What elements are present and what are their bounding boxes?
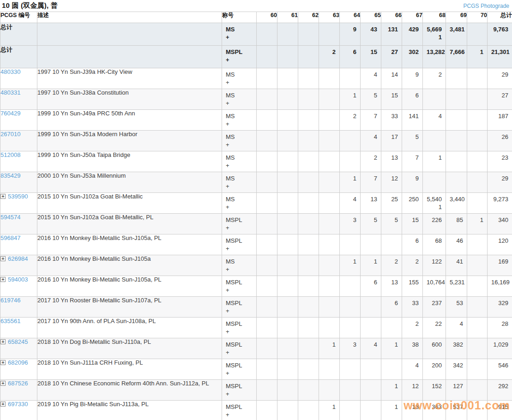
- pcgs-number-link[interactable]: 480331: [0, 89, 20, 96]
- expand-plus-icon[interactable]: +: [0, 277, 6, 282]
- grade-value-60: [257, 276, 277, 286]
- pcgs-number-link[interactable]: 512008: [0, 151, 20, 158]
- designation-line1: MSPL: [222, 297, 256, 306]
- col-header-67: 67: [402, 12, 423, 23]
- grade-value-60: [257, 318, 277, 327]
- grade-value-61: [277, 276, 298, 286]
- pcgs-photograde-link[interactable]: PCGS Photograde: [464, 3, 509, 9]
- grade-value-65: [361, 401, 381, 410]
- grade-cell-62: [298, 172, 319, 193]
- grade-cell-60: [257, 318, 277, 338]
- pcgs-number-link[interactable]: 697330: [8, 401, 28, 408]
- grade-value-63: [319, 68, 339, 78]
- grade-value-67: 2: [402, 318, 422, 327]
- expand-plus-icon[interactable]: +: [0, 339, 6, 344]
- grade-value-68: 237: [423, 297, 446, 306]
- grade-value-69: 41: [446, 255, 467, 265]
- grade-cell-69: 537: [446, 401, 467, 420]
- grade-cell-62: [298, 89, 319, 110]
- total-value: 329: [488, 297, 512, 306]
- grade-value-67: 4: [402, 359, 422, 369]
- pcgs-number-link[interactable]: 760429: [0, 110, 20, 117]
- grade-value-65: [361, 234, 381, 244]
- pcgs-number-link[interactable]: 658245: [8, 338, 28, 345]
- pcgs-number-link[interactable]: 594003: [8, 276, 28, 283]
- designation-cell: MSPL+: [222, 214, 257, 234]
- total-value: 340: [488, 214, 512, 223]
- grade-value-68: 1: [423, 151, 446, 161]
- pcgs-number-link[interactable]: 480330: [0, 68, 20, 75]
- grade-value-62: [298, 380, 319, 390]
- expand-plus-icon[interactable]: +: [0, 360, 6, 365]
- pcgs-number-link[interactable]: 682096: [8, 359, 28, 366]
- grade-cell-62: [298, 359, 319, 380]
- grade-value-62: [298, 338, 319, 348]
- pcgs-number-link[interactable]: 687526: [8, 380, 28, 387]
- grade-cell-66: 2: [381, 255, 402, 276]
- pcgs-number-link[interactable]: 596847: [0, 234, 20, 241]
- grade-value-61: [277, 23, 298, 33]
- description-cell: 2016 10 Yn Monkey Bi-Metallic Sun-J105a,…: [37, 234, 222, 255]
- designation-line2: +: [222, 55, 256, 63]
- expand-plus-icon[interactable]: +: [0, 402, 6, 407]
- grade-cell-66: 25: [381, 193, 402, 214]
- grade-value-69: 4: [446, 318, 467, 327]
- description-cell: 2018 10 Yn Chinese Economic Reform 40th …: [37, 380, 222, 401]
- grade-cell-61: [277, 151, 298, 172]
- grade-value-61: [277, 234, 298, 244]
- totals-row: 总计MS+ 9431314295,66913,481 9,763: [0, 23, 512, 46]
- grade-value-65: [361, 380, 381, 390]
- grade-cell-64: [340, 297, 361, 318]
- designation-line2: +: [222, 327, 256, 335]
- pcgs-number-link[interactable]: 539590: [8, 193, 28, 200]
- grade-cell-62: [298, 23, 319, 46]
- grade-value-66: 25: [381, 193, 402, 203]
- pcgs-number-cell: +658245: [0, 338, 37, 359]
- grade-value-60: [257, 193, 277, 203]
- grade-cell-64: 6: [340, 46, 361, 68]
- total-cell: 27: [488, 89, 512, 110]
- grade-cell-68: 237: [423, 297, 446, 318]
- total-value: 915: [488, 401, 512, 410]
- grade-value-69: 5,231: [446, 276, 467, 286]
- designation-cell: MSPL+: [222, 338, 257, 359]
- grade-cell-67: 2: [402, 255, 423, 276]
- total-value: 16,169: [488, 276, 512, 286]
- grade-cell-63: [319, 214, 340, 234]
- designation-line2: +: [222, 390, 256, 397]
- grade-value-65: [361, 318, 381, 327]
- pcgs-number-link[interactable]: 635561: [0, 318, 20, 324]
- grade-cell-70: [467, 297, 488, 318]
- grade-value-60: [257, 46, 277, 55]
- grade-value-64: 3: [340, 214, 360, 223]
- grade-value-68: 4: [423, 110, 446, 120]
- table-row: +6973302019 10 Yn Pig Bi-Metallic Sun-J1…: [0, 401, 512, 420]
- grade-cell-69: [446, 68, 467, 89]
- grade-cell-68: 122: [423, 255, 446, 276]
- total-value: 120: [488, 234, 512, 244]
- grade-cell-68: 600: [423, 338, 446, 359]
- grade-cell-61: [277, 255, 298, 276]
- col-header-64: 64: [340, 12, 361, 23]
- expand-plus-icon[interactable]: +: [0, 381, 6, 386]
- table-row: 4803311997 10 Yn Sun-J38a ConstitutionMS…: [0, 89, 512, 110]
- expand-plus-icon[interactable]: +: [0, 194, 6, 199]
- pcgs-number-link[interactable]: 626984: [8, 255, 28, 262]
- designation-line1: MS: [222, 255, 256, 265]
- pcgs-number-link[interactable]: 619746: [0, 297, 20, 304]
- pcgs-number-link[interactable]: 267010: [0, 131, 20, 138]
- pcgs-number-link[interactable]: 835429: [0, 172, 20, 179]
- description-cell: [37, 46, 222, 68]
- grade-value-61: [277, 214, 298, 223]
- designation-line2: +: [222, 182, 256, 190]
- expand-plus-icon[interactable]: +: [0, 256, 6, 261]
- grade-cell-64: 1: [340, 89, 361, 110]
- grade-cell-70: [467, 172, 488, 193]
- description-cell: 1999 10 Yn Sun-J51a Modern Harbor: [37, 131, 222, 151]
- table-row: 5968472016 10 Yn Monkey Bi-Metallic Sun-…: [0, 234, 512, 255]
- grade-cell-67: 429: [402, 23, 423, 46]
- grade-value-66: [381, 359, 402, 369]
- col-header-65: 65: [361, 12, 381, 23]
- grade-cell-64: 1: [340, 255, 361, 276]
- pcgs-number-link[interactable]: 594574: [0, 214, 20, 221]
